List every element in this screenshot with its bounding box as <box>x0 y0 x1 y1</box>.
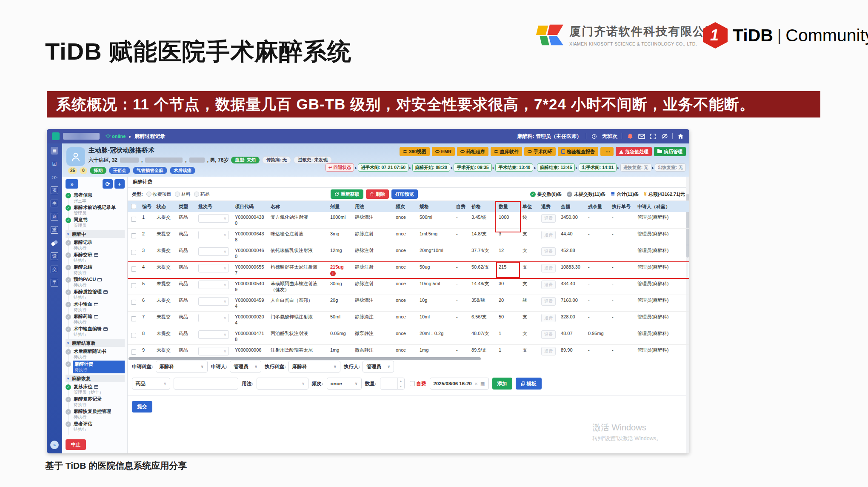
horizontal-scrollbar[interactable] <box>128 357 481 360</box>
timeline-stage[interactable]: 进手术间: 07-21 07:50 <box>358 163 408 172</box>
strip-expand-button[interactable]: » <box>50 441 59 449</box>
radio-icon[interactable] <box>194 192 199 197</box>
row-checkbox[interactable] <box>131 266 136 272</box>
batch-select[interactable]: ∨ <box>198 281 229 289</box>
workflow-step[interactable]: ▼ 同意书 ✓ 同意书 管理员 <box>66 217 125 229</box>
radio-icon[interactable] <box>146 192 151 197</box>
workflow-step[interactable]: ▼ 麻醉记录 ✓ 麻醉记录 待执行 <box>66 239 125 252</box>
batch-select[interactable]: ∨ <box>198 247 229 256</box>
action-button[interactable]: 手术闭环 <box>524 147 556 156</box>
refetch-button[interactable]: 重新获取 <box>331 189 363 199</box>
refund-button[interactable]: 退费 <box>541 264 556 272</box>
type-radio-option[interactable]: 收费项目 <box>146 191 171 198</box>
print-preview-button[interactable]: 打印预览 <box>391 189 418 199</box>
quantity-stepper[interactable]: ▲▼ <box>380 378 405 390</box>
timeline-stage[interactable]: 回退状态 <box>326 163 354 172</box>
workflow-step[interactable]: ▼ 术中输血 ✓ 术中输血 待执行 <box>66 301 125 313</box>
batch-select[interactable]: ∨ <box>198 330 229 339</box>
alarm-icon[interactable] <box>626 133 634 140</box>
workflow-step[interactable]: ▼ 术后麻醉随访书 ✓ 术后麻醉随访书 待执行 <box>66 348 125 361</box>
action-button[interactable]: 病历管理 <box>654 147 686 156</box>
row-checkbox[interactable] <box>131 316 136 321</box>
collapse-sidebar-button[interactable]: » <box>66 179 78 189</box>
row-checkbox[interactable] <box>131 233 136 238</box>
strip-icon[interactable]: ☑ <box>52 160 57 168</box>
workflow-step[interactable]: ▼ 麻醉中 ✓ 麻醉中 <box>66 230 125 238</box>
strip-icon[interactable]: 手 <box>51 279 58 286</box>
batch-select[interactable]: ∨ <box>198 314 229 322</box>
add-item-button[interactable]: + <box>114 179 125 189</box>
freq-select[interactable]: once∨ <box>327 378 362 390</box>
item-search-input[interactable] <box>174 378 238 390</box>
action-button[interactable]: 血库软件 <box>491 147 522 156</box>
timeline-stage[interactable]: 进恢复室: 无 <box>620 163 651 172</box>
action-button[interactable]: EMR <box>432 147 455 156</box>
strip-icon[interactable]: ▷▷ <box>52 173 57 181</box>
timeline-stage[interactable]: 出恢复室: 无 <box>655 163 686 172</box>
workflow-step[interactable]: ▼ 麻醉质控管理 ✓ 麻醉质控管理 待执行 <box>66 289 125 301</box>
self-pay-checkbox[interactable] <box>410 381 415 386</box>
usage-select[interactable]: ∨ <box>257 378 308 390</box>
item-type-select[interactable]: 药品∨ <box>132 378 170 390</box>
row-checkbox[interactable] <box>131 217 136 222</box>
delete-button[interactable]: 删除 <box>366 189 389 199</box>
select-all-checkbox[interactable] <box>131 204 136 209</box>
action-button[interactable]: ⋯ <box>600 147 614 156</box>
workflow-step[interactable]: ▼ 麻醉恢复质控管理 ✓ 麻醉恢复质控管理 待执行 <box>66 408 125 421</box>
clear-date-icon[interactable]: ✕ <box>474 381 478 386</box>
workflow-step[interactable]: ▼ 麻醉总结 ✓ 麻醉总结 待执行 <box>66 264 125 276</box>
batch-select[interactable]: ∨ <box>198 264 229 272</box>
mail-icon[interactable] <box>638 133 645 140</box>
workflow-step[interactable]: ▼ 患者信息 ✓ 患者信息 张三丰 <box>66 192 125 204</box>
add-button[interactable]: 添加 <box>492 378 512 390</box>
quantity-input[interactable] <box>380 378 397 389</box>
workflow-step[interactable]: ▼ 预约PACU ✓ 预约PACU 待执行 <box>66 276 125 289</box>
timeline-stage[interactable]: 麻醉结束: 13:45 <box>537 163 575 172</box>
row-checkbox[interactable] <box>131 250 136 255</box>
refund-button[interactable]: 退费 <box>541 347 556 355</box>
strip-icon[interactable]: 项 <box>51 186 58 194</box>
workflow-step[interactable]: ▼ 麻醉计费 ✓ 麻醉计费 待执行 <box>66 361 125 373</box>
form-select[interactable]: 管理员∨ <box>230 361 261 372</box>
refund-button[interactable]: 退费 <box>541 247 556 256</box>
workflow-step[interactable]: ▼ 患者评估 ✓ 患者评估 待执行 <box>66 421 125 433</box>
action-button[interactable]: 360视图 <box>400 147 429 156</box>
camera-off-icon[interactable] <box>661 133 668 140</box>
workflow-step[interactable]: ▼ 麻醉术前访视记录单 ✓ 麻醉术前访视记录单 管理员 <box>66 204 125 217</box>
strip-icon[interactable]: ≣ <box>51 147 58 155</box>
strip-icon[interactable]: 事 <box>51 200 58 207</box>
timeline-stage[interactable]: 手术结束: 13:40 <box>495 163 533 172</box>
strip-icon[interactable]: 麻 <box>51 213 58 221</box>
workflow-step[interactable]: ▼ 术中输血编辑 ✓ 术中输血编辑 待执行 <box>66 326 125 338</box>
timeline-stage[interactable]: 麻醉开始: 08:20 <box>412 163 450 172</box>
refund-button[interactable]: 退费 <box>541 314 556 322</box>
workflow-step[interactable]: ▼ 麻醉交班 ✓ 麻醉交班 待执行 <box>66 252 125 264</box>
fullscreen-scan-icon[interactable] <box>649 133 657 140</box>
row-checkbox[interactable] <box>131 283 136 288</box>
workflow-step[interactable]: ▼ 复苏床位 ✓ 复苏床位 管理员（护士） <box>66 384 125 396</box>
strip-icon[interactable]: 交 <box>51 266 58 273</box>
action-button[interactable]: 检验检查报告 <box>558 147 598 156</box>
batch-select[interactable]: ∨ <box>198 297 229 306</box>
row-checkbox[interactable] <box>131 333 136 338</box>
refund-button[interactable]: 退费 <box>541 297 556 306</box>
workflow-step[interactable]: ▼ 麻醉结束后 ✓ 麻醉结束后 <box>66 339 125 347</box>
strip-icon[interactable]: 设 <box>51 252 58 260</box>
template-button[interactable]: 模板 <box>516 378 542 390</box>
batch-select[interactable]: ∨ <box>198 231 229 239</box>
workflow-step[interactable]: ▼ 麻醉恢复 ✓ 麻醉恢复 <box>66 375 125 382</box>
row-checkbox[interactable] <box>131 300 136 305</box>
abort-button[interactable]: 中止 <box>66 439 86 450</box>
refund-button[interactable]: 退费 <box>541 281 556 289</box>
refund-button[interactable]: 退费 <box>541 214 556 223</box>
type-radio-option[interactable]: 材料 <box>175 191 191 198</box>
workflow-step[interactable]: ▼ 麻醉复苏记录 ✓ 麻醉复苏记录 待执行 <box>66 396 125 408</box>
refresh-sidebar-button[interactable]: ⟳ <box>103 179 113 189</box>
form-select[interactable]: 麻醉科∨ <box>288 361 340 372</box>
form-select[interactable]: 管理员∨ <box>363 361 394 372</box>
radio-icon[interactable] <box>175 192 180 197</box>
row-checkbox[interactable] <box>131 349 136 355</box>
home-icon[interactable] <box>677 133 684 140</box>
action-button[interactable]: 危急值处理 <box>616 147 652 156</box>
batch-select[interactable]: ∨ <box>198 347 229 355</box>
